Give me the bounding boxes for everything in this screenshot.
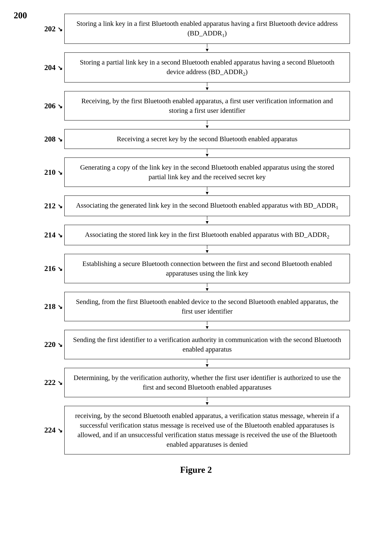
arrow-208-210 bbox=[205, 149, 209, 158]
figure-caption: Figure 2 bbox=[180, 465, 212, 475]
step-row-204: 204 ↘ Storing a partial link key in a se… bbox=[42, 52, 350, 82]
step-label-210: 210 ↘ bbox=[42, 168, 64, 177]
step-row-222: 222 ↘ Determining, by the verification a… bbox=[42, 368, 350, 397]
step-row-206: 206 ↘ Receiving, by the first Bluetooth … bbox=[42, 91, 350, 120]
figure-number: 200 bbox=[14, 10, 27, 20]
step-box-218: Sending, from the first Bluetooth enable… bbox=[64, 292, 350, 321]
step-row-212: 212 ↘ Associating the generated link key… bbox=[42, 196, 350, 216]
step-box-222: Determining, by the verification authori… bbox=[64, 368, 350, 397]
step-row-208: 208 ↘ Receiving a secret key by the seco… bbox=[42, 129, 350, 149]
arrow-214-216 bbox=[205, 245, 209, 254]
step-box-202: Storing a link key in a first Bluetooth … bbox=[64, 14, 350, 44]
arrow-202-204 bbox=[205, 44, 209, 52]
arrow-212-214 bbox=[205, 216, 209, 225]
step-row-202: 202 ↘ Storing a link key in a first Blue… bbox=[42, 14, 350, 44]
step-row-224: 224 ↘ receiving, by the second Bluetooth… bbox=[42, 406, 350, 454]
step-label-222: 222 ↘ bbox=[42, 378, 64, 387]
diagram-container: 200 202 ↘ Storing a link key in a first … bbox=[14, 10, 378, 475]
step-label-216: 216 ↘ bbox=[42, 264, 64, 273]
step-row-220: 220 ↘ Sending the first identifier to a … bbox=[42, 330, 350, 359]
arrow-206-208 bbox=[205, 120, 209, 129]
step-row-214: 214 ↘ Associating the stored link key in… bbox=[42, 225, 350, 245]
step-box-220: Sending the first identifier to a verifi… bbox=[64, 330, 350, 359]
step-box-208: Receiving a secret key by the second Blu… bbox=[64, 129, 350, 149]
arrow-210-212 bbox=[205, 187, 209, 196]
step-label-202: 202 ↘ bbox=[42, 24, 64, 33]
step-box-224: receiving, by the second Bluetooth enabl… bbox=[64, 406, 350, 454]
arrow-220-222 bbox=[205, 359, 209, 368]
step-box-204: Storing a partial link key in a second B… bbox=[64, 52, 350, 82]
arrow-218-220 bbox=[205, 321, 209, 330]
step-label-224: 224 ↘ bbox=[42, 426, 64, 434]
step-label-204: 204 ↘ bbox=[42, 63, 64, 72]
step-label-206: 206 ↘ bbox=[42, 101, 64, 110]
step-box-216: Establishing a secure Bluetooth connecti… bbox=[64, 254, 350, 283]
arrow-204-206 bbox=[205, 82, 209, 91]
step-row-216: 216 ↘ Establishing a secure Bluetooth co… bbox=[42, 254, 350, 283]
step-label-220: 220 ↘ bbox=[42, 340, 64, 349]
step-box-214: Associating the stored link key in the f… bbox=[64, 225, 350, 245]
step-label-218: 218 ↘ bbox=[42, 302, 64, 311]
flowchart: 202 ↘ Storing a link key in a first Blue… bbox=[42, 14, 350, 454]
step-row-218: 218 ↘ Sending, from the first Bluetooth … bbox=[42, 292, 350, 321]
step-box-206: Receiving, by the first Bluetooth enable… bbox=[64, 91, 350, 120]
arrow-222-224 bbox=[205, 397, 209, 406]
step-label-214: 214 ↘ bbox=[42, 231, 64, 239]
step-box-210: Generating a copy of the link key in the… bbox=[64, 158, 350, 187]
step-label-212: 212 ↘ bbox=[42, 202, 64, 210]
step-label-208: 208 ↘ bbox=[42, 135, 64, 144]
arrow-216-218 bbox=[205, 283, 209, 292]
step-box-212: Associating the generated link key in th… bbox=[64, 196, 350, 216]
step-row-210: 210 ↘ Generating a copy of the link key … bbox=[42, 158, 350, 187]
